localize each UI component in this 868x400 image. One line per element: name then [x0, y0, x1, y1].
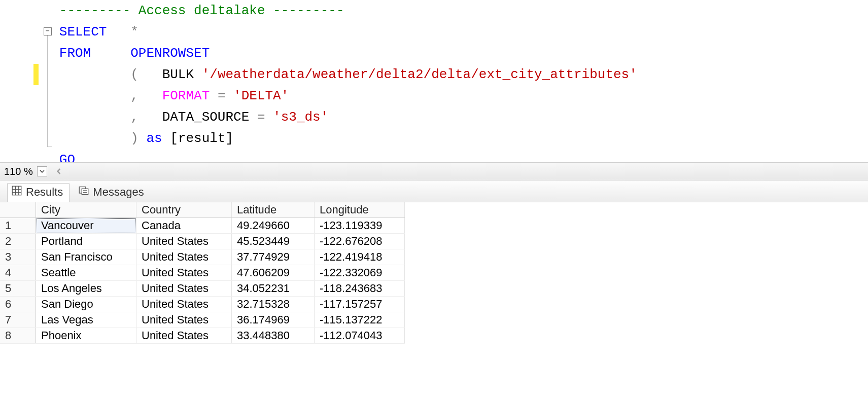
kw-as: as: [146, 131, 162, 146]
table-row[interactable]: 5 Los Angeles United States 34.052231 -1…: [0, 281, 405, 297]
cell-country[interactable]: United States: [136, 328, 232, 344]
table-row[interactable]: 6 San Diego United States 32.715328 -117…: [0, 297, 405, 312]
row-number[interactable]: 2: [0, 234, 36, 249]
sql-editor[interactable]: − --------- Access deltalake --------- S…: [0, 0, 868, 162]
select-star: *: [130, 24, 138, 40]
table-row[interactable]: 8 Phoenix United States 33.448380 -112.0…: [0, 328, 405, 344]
cell-city[interactable]: San Francisco: [36, 249, 136, 265]
cell-lat[interactable]: 32.715328: [232, 297, 315, 312]
cell-lat[interactable]: 49.249660: [232, 218, 315, 234]
cell-city[interactable]: Vancouver: [36, 218, 136, 234]
zoom-bar: 110 %: [0, 162, 868, 180]
cell-lon[interactable]: -123.119339: [315, 218, 405, 234]
cell-city[interactable]: Seattle: [36, 265, 136, 281]
zoom-value: 110 %: [4, 166, 33, 177]
arg-data-source: DATA_SOURCE: [162, 110, 250, 125]
tab-messages-label: Messages: [93, 186, 144, 199]
alias: [result]: [170, 131, 233, 146]
change-marker: [33, 64, 39, 85]
zoom-dropdown[interactable]: 110 %: [4, 166, 47, 177]
row-number[interactable]: 4: [0, 265, 36, 281]
tab-results-label: Results: [26, 186, 63, 199]
cell-lon[interactable]: -117.157257: [315, 297, 405, 312]
cell-country[interactable]: United States: [136, 265, 232, 281]
cell-city[interactable]: San Diego: [36, 297, 136, 312]
table-row[interactable]: 4 Seattle United States 47.606209 -122.3…: [0, 265, 405, 281]
svg-rect-6: [82, 189, 89, 194]
cell-country[interactable]: United States: [136, 312, 232, 328]
paren-open: (: [130, 67, 138, 82]
str-format: 'DELTA': [233, 88, 289, 103]
sql-comment: --------- Access deltalake ---------: [59, 3, 344, 18]
row-number[interactable]: 1: [0, 218, 36, 234]
str-ds: 's3_ds': [273, 110, 328, 125]
cell-city[interactable]: Portland: [36, 234, 136, 249]
fold-glyph: −: [46, 27, 50, 34]
table-row[interactable]: 7 Las Vegas United States 36.174969 -115…: [0, 312, 405, 328]
cell-lon[interactable]: -122.332069: [315, 265, 405, 281]
cell-lat[interactable]: 37.774929: [232, 249, 315, 265]
eq1: =: [210, 88, 233, 103]
kw-select: SELECT: [59, 24, 107, 40]
tab-results[interactable]: Results: [7, 183, 70, 202]
row-number[interactable]: 7: [0, 312, 36, 328]
tab-messages[interactable]: Messages: [75, 184, 150, 202]
sql-code[interactable]: --------- Access deltalake --------- SEL…: [0, 0, 868, 162]
cell-lat[interactable]: 47.606209: [232, 265, 315, 281]
header-row: City Country Latitude Longitude: [0, 202, 405, 218]
cell-lon[interactable]: -118.243683: [315, 281, 405, 297]
table-row[interactable]: 2 Portland United States 45.523449 -122.…: [0, 234, 405, 249]
kw-go: GO: [59, 152, 75, 162]
chevron-down-icon: [37, 166, 47, 176]
header-country[interactable]: Country: [136, 202, 232, 218]
eq2: =: [249, 110, 273, 125]
row-number[interactable]: 8: [0, 328, 36, 344]
cell-lat[interactable]: 34.052231: [232, 281, 315, 297]
scroll-left-button[interactable]: [54, 166, 63, 176]
cell-country[interactable]: United States: [136, 281, 232, 297]
arg-bulk: BULK: [162, 67, 194, 82]
cell-city[interactable]: Los Angeles: [36, 281, 136, 297]
fn-openrowset: OPENROWSET: [130, 46, 210, 61]
grid-icon: [12, 186, 22, 199]
row-number[interactable]: 3: [0, 249, 36, 265]
cell-lon[interactable]: -115.137222: [315, 312, 405, 328]
cell-lat[interactable]: 33.448380: [232, 328, 315, 344]
table-row[interactable]: 1 Vancouver Canada 49.249660 -123.119339: [0, 218, 405, 234]
cell-country[interactable]: United States: [136, 297, 232, 312]
row-number[interactable]: 5: [0, 281, 36, 297]
arg-format: FORMAT: [162, 88, 210, 103]
cell-lon[interactable]: -122.419418: [315, 249, 405, 265]
cell-city[interactable]: Las Vegas: [36, 312, 136, 328]
str-bulk: '/weatherdata/weather/delta2/delta/ext_c…: [202, 67, 637, 82]
kw-from: FROM: [59, 46, 91, 61]
fold-toggle-button[interactable]: −: [44, 27, 52, 35]
row-number[interactable]: 6: [0, 297, 36, 312]
messages-icon: [79, 186, 89, 199]
header-longitude[interactable]: Longitude: [315, 202, 405, 218]
paren-close: ): [130, 131, 138, 146]
comma1: ,: [130, 88, 138, 103]
cell-country[interactable]: United States: [136, 249, 232, 265]
comma2: ,: [130, 110, 138, 125]
table-row[interactable]: 3 San Francisco United States 37.774929 …: [0, 249, 405, 265]
results-grid[interactable]: City Country Latitude Longitude 1 Vancou…: [0, 202, 405, 344]
cell-country[interactable]: Canada: [136, 218, 232, 234]
cell-city[interactable]: Phoenix: [36, 328, 136, 344]
cell-lat[interactable]: 36.174969: [232, 312, 315, 328]
fold-guideline: [47, 35, 48, 147]
svg-rect-0: [12, 186, 21, 195]
cell-lat[interactable]: 45.523449: [232, 234, 315, 249]
header-city[interactable]: City: [36, 202, 136, 218]
header-latitude[interactable]: Latitude: [232, 202, 315, 218]
results-tabs: Results Messages: [0, 180, 868, 202]
cell-lon[interactable]: -112.074043: [315, 328, 405, 344]
header-rownum[interactable]: [0, 202, 36, 218]
cell-lon[interactable]: -122.676208: [315, 234, 405, 249]
cell-country[interactable]: United States: [136, 234, 232, 249]
